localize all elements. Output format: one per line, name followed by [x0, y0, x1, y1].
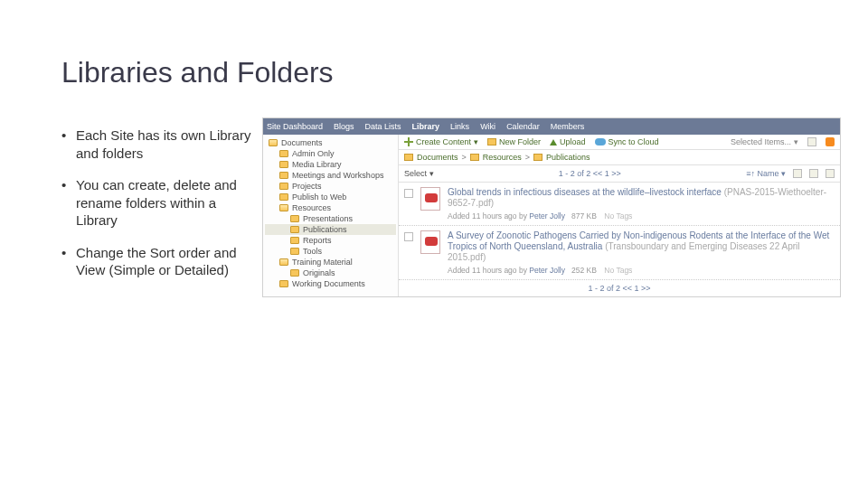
btn-label: Upload — [560, 137, 586, 146]
doc-title[interactable]: Global trends in infectious diseases at … — [448, 187, 722, 197]
tree-label: Publish to Web — [292, 192, 346, 202]
tree-node[interactable]: Originals — [265, 267, 396, 278]
tree-node[interactable]: Meetings and Workshops — [265, 170, 396, 181]
folder-tree: Documents Admin Only Media Library Meeti… — [263, 135, 399, 296]
doc-tags: No Tags — [604, 211, 632, 221]
tree-label: Tools — [303, 247, 322, 256]
tree-node[interactable]: Working Documents — [265, 278, 396, 289]
upload-button[interactable]: Upload — [550, 137, 586, 146]
doc-added: Added 11 hours ago by — [448, 211, 527, 221]
pdf-icon — [420, 187, 440, 211]
tab-blogs[interactable]: Blogs — [334, 122, 354, 131]
folder-icon — [487, 138, 496, 145]
folder-icon — [279, 258, 288, 266]
crumb[interactable]: Documents — [417, 153, 458, 162]
tree-node[interactable]: Presentations — [265, 213, 396, 224]
folder-icon — [533, 154, 542, 161]
library-screenshot: Site Dashboard Blogs Data Lists Library … — [262, 117, 841, 297]
doc-added: Added 11 hours ago by — [448, 266, 527, 275]
tree-node[interactable]: Media Library — [265, 159, 396, 170]
folder-icon — [290, 237, 299, 244]
list-control-bar: Select ▾ 1 - 2 of 2 << 1 >> ≡↑ Name ▾ — [399, 165, 840, 183]
tab-wiki[interactable]: Wiki — [480, 122, 495, 131]
btn-label: Sync to Cloud — [609, 137, 659, 146]
view-simple-icon[interactable] — [809, 169, 818, 178]
tree-label: Meetings and Workshops — [292, 171, 383, 180]
bullet-item: Change the Sort order and View (Simple o… — [61, 244, 251, 279]
row-checkbox[interactable] — [404, 232, 413, 241]
document-row[interactable]: Global trends in infectious diseases at … — [399, 183, 840, 226]
crumb-current: Publications — [546, 153, 590, 162]
select-menu[interactable]: Select ▾ — [404, 169, 434, 178]
pager-bottom[interactable]: 1 - 2 of 2 << 1 >> — [399, 280, 840, 296]
sort-menu[interactable]: ≡↑ Name ▾ — [746, 169, 786, 178]
doc-user[interactable]: Peter Jolly — [529, 266, 565, 275]
chevron-icon: > — [525, 153, 530, 162]
btn-label: Select — [404, 169, 427, 178]
document-row[interactable]: A Survey of Zoonotic Pathogens Carried b… — [399, 226, 840, 280]
bullet-item: Each Site has its own Library and folder… — [61, 127, 251, 162]
tree-node[interactable]: Tools — [265, 246, 396, 257]
tab-library[interactable]: Library — [412, 122, 440, 131]
crumb[interactable]: Resources — [483, 153, 522, 162]
rss-icon[interactable] — [826, 137, 835, 146]
tree-node-resources[interactable]: Resources — [265, 202, 396, 213]
btn-label: Create Content — [416, 137, 471, 146]
tab-site-dashboard[interactable]: Site Dashboard — [267, 122, 323, 131]
folder-icon — [290, 226, 299, 233]
bullet-item: You can create, delete and rename folder… — [61, 176, 251, 230]
folder-icon — [279, 150, 288, 157]
tree-label: Resources — [292, 203, 331, 212]
tree-label: Documents — [281, 138, 323, 147]
folder-icon — [290, 215, 299, 222]
folder-icon — [279, 280, 288, 287]
create-content-button[interactable]: Create Content ▾ — [404, 137, 478, 146]
tab-links[interactable]: Links — [450, 122, 469, 131]
doc-size: 877 KB — [571, 211, 597, 221]
tab-data-lists[interactable]: Data Lists — [365, 122, 401, 131]
btn-label: New Folder — [499, 137, 541, 146]
folder-icon — [279, 204, 288, 211]
tree-label: Training Material — [292, 258, 353, 267]
folder-icon — [279, 161, 288, 168]
tree-label: Media Library — [292, 160, 342, 169]
tree-label: Publications — [303, 225, 347, 234]
bullet-list: Each Site has its own Library and folder… — [61, 127, 251, 294]
plus-icon — [404, 137, 413, 146]
doc-tags: No Tags — [604, 266, 632, 275]
sort-label: Name — [757, 169, 778, 178]
tree-node[interactable]: Publish to Web — [265, 192, 396, 202]
chevron-icon: > — [462, 153, 467, 162]
tree-label: Projects — [292, 182, 322, 191]
pager-top[interactable]: 1 - 2 of 2 << 1 >> — [559, 169, 621, 178]
tree-node-documents[interactable]: Documents — [265, 137, 396, 148]
tree-label: Reports — [303, 236, 332, 245]
tree-node[interactable]: Reports — [265, 235, 396, 246]
view-toggle-icon[interactable] — [793, 169, 802, 178]
tree-label: Originals — [303, 268, 335, 277]
tree-node[interactable]: Projects — [265, 181, 396, 192]
view-detailed-icon[interactable] — [826, 169, 835, 178]
site-nav: Site Dashboard Blogs Data Lists Library … — [263, 118, 840, 135]
sync-cloud-button[interactable]: Sync to Cloud — [595, 137, 659, 146]
row-checkbox[interactable] — [404, 189, 413, 198]
tree-label: Presentations — [303, 214, 353, 223]
tab-calendar[interactable]: Calendar — [506, 122, 540, 131]
tree-node-training[interactable]: Training Material — [265, 257, 396, 267]
doc-user[interactable]: Peter Jolly — [529, 211, 565, 221]
doc-size: 252 KB — [571, 266, 597, 275]
selected-items-button[interactable]: Selected Items... ▾ — [731, 137, 798, 146]
folder-icon — [290, 248, 299, 255]
tree-node[interactable]: Admin Only — [265, 148, 396, 159]
view-icon[interactable] — [807, 137, 816, 146]
folder-icon — [470, 154, 479, 161]
tab-members[interactable]: Members — [551, 122, 585, 131]
library-toolbar: Create Content ▾ New Folder Upload Sync … — [399, 135, 840, 150]
cloud-icon — [595, 138, 606, 145]
folder-icon — [279, 193, 288, 201]
tree-node-publications[interactable]: Publications — [265, 224, 396, 235]
upload-icon — [550, 139, 557, 145]
btn-label: Selected Items... — [731, 137, 791, 146]
tree-label: Admin Only — [292, 149, 335, 158]
new-folder-button[interactable]: New Folder — [487, 137, 541, 146]
